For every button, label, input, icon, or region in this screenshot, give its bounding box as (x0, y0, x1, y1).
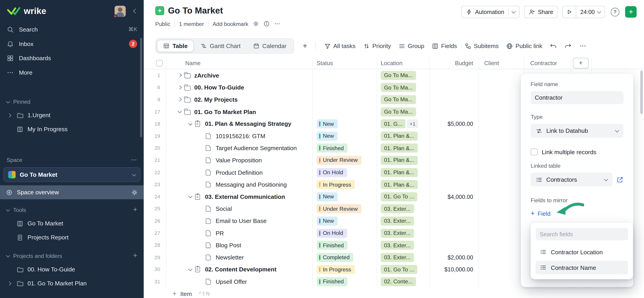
row-name[interactable]: 03. External Communication (205, 193, 285, 200)
location-pill[interactable]: 03. Exter... (381, 216, 414, 225)
chevron-right-icon[interactable] (7, 113, 11, 117)
tab-table[interactable]: Table (157, 40, 194, 52)
row-name[interactable]: 01. Plan & Messaging Strategy (205, 121, 292, 127)
chevron-down-icon[interactable] (597, 9, 601, 13)
space-more-icon[interactable] (130, 157, 137, 163)
wrike-logo[interactable]: wrike (6, 6, 46, 16)
budget-cell[interactable]: $10,000.00 (429, 264, 478, 276)
sidebar-item-search[interactable]: Search ⌘K (0, 22, 144, 36)
row-name[interactable]: 02. My Projects (194, 96, 238, 103)
add-item-row[interactable]: Item ^⇧N (144, 288, 644, 298)
budget-cell[interactable]: $5,000.00 (429, 118, 478, 130)
budget-cell[interactable] (429, 166, 478, 178)
row-expand-chevron[interactable] (188, 267, 192, 271)
row-name[interactable]: Upsell Offer (216, 278, 247, 285)
add-view-button[interactable] (300, 41, 310, 51)
sidebar-item-projects-report[interactable]: Projects Report (0, 230, 144, 244)
location-pill[interactable]: 03. Exter... (381, 229, 414, 238)
sidebar-item-go-to-market-plan[interactable]: 01. Go To Market Plan (0, 276, 144, 290)
members-label[interactable]: 1 member (179, 21, 204, 27)
budget-cell[interactable]: $2,000.00 (429, 251, 478, 264)
column-header-name[interactable]: Name (166, 57, 312, 69)
row-name[interactable]: 01. Go To Market Plan (194, 108, 256, 115)
client-cell[interactable] (478, 264, 524, 276)
budget-cell[interactable] (429, 215, 478, 227)
settings-gear-icon[interactable] (252, 20, 259, 27)
client-cell[interactable] (478, 81, 524, 94)
budget-cell[interactable] (429, 276, 478, 288)
field-search-input[interactable] (536, 228, 628, 240)
budget-cell[interactable] (429, 239, 478, 251)
client-cell[interactable] (478, 215, 524, 227)
budget-cell[interactable] (429, 106, 478, 118)
space-section-header[interactable]: Space (0, 153, 144, 166)
client-cell[interactable] (478, 166, 524, 178)
play-button[interactable] (562, 6, 576, 18)
client-cell[interactable] (478, 251, 524, 264)
gear-icon[interactable] (131, 189, 138, 196)
status-pill[interactable]: New (316, 216, 338, 225)
column-header-client[interactable]: Client (478, 57, 524, 69)
budget-cell[interactable] (429, 142, 478, 154)
chevron-down-icon[interactable] (512, 9, 516, 13)
client-cell[interactable] (478, 142, 524, 154)
filter-button[interactable]: All tasks (324, 42, 356, 49)
status-pill[interactable]: On Hold (316, 168, 347, 177)
sidebar-item-how-to-guide[interactable]: 00. How To-Guide (0, 262, 144, 276)
sidebar-item-my-in-progress[interactable]: My In Progress (0, 122, 144, 136)
location-pill[interactable]: 01. Plan &... (381, 132, 418, 141)
budget-cell[interactable] (429, 227, 478, 239)
status-pill[interactable]: In Progress (316, 180, 355, 189)
add-field-button[interactable]: Field (531, 209, 550, 218)
client-cell[interactable] (478, 106, 524, 118)
status-pill[interactable]: Finished (316, 277, 347, 286)
row-expand-chevron[interactable] (178, 98, 182, 102)
field-name-input[interactable] (531, 91, 624, 104)
status-pill[interactable]: New (316, 132, 338, 141)
row-name[interactable]: Product Definition (216, 169, 262, 176)
add-project-button[interactable] (133, 252, 137, 260)
type-select[interactable]: Link to Datahub (531, 124, 624, 138)
location-pill[interactable]: 01. Go To ... (381, 192, 417, 201)
location-extra-badge[interactable]: +1 (407, 120, 418, 129)
sidebar-collapse-button[interactable] (134, 9, 137, 13)
chevron-right-icon[interactable] (7, 281, 11, 285)
tools-section-header[interactable]: Tools (0, 203, 144, 216)
sidebar-item-space-overview[interactable]: Space overview (0, 185, 144, 199)
column-header-status[interactable]: Status (312, 57, 377, 69)
status-pill[interactable]: Completed (316, 253, 353, 262)
row-expand-chevron[interactable] (178, 109, 182, 113)
undo-button[interactable] (550, 42, 557, 50)
location-pill[interactable]: 03. Exter... (381, 241, 414, 250)
client-cell[interactable] (478, 276, 524, 288)
visibility-label[interactable]: Public (155, 21, 170, 27)
client-cell[interactable] (478, 239, 524, 251)
sort-button[interactable]: Priority (363, 42, 391, 49)
row-name[interactable]: 02. Content Development (205, 266, 276, 273)
row-name[interactable]: 00. How To-Guide (194, 84, 244, 91)
link-multiple-checkbox-row[interactable]: Link multiple records (531, 148, 624, 155)
location-pill[interactable]: 01. Plan &... (381, 144, 418, 152)
column-header-budget[interactable]: Budget (429, 57, 478, 69)
pinned-section-header[interactable]: Pinned (0, 95, 144, 108)
client-cell[interactable] (478, 203, 524, 215)
client-cell[interactable] (478, 130, 524, 142)
column-header-contractor[interactable]: Contractor (524, 57, 571, 69)
client-cell[interactable] (478, 154, 524, 166)
table-scrollbar[interactable] (640, 71, 643, 114)
external-link-icon[interactable] (616, 176, 624, 183)
row-expand-chevron[interactable] (188, 194, 192, 198)
link-multiple-checkbox[interactable] (531, 148, 538, 155)
row-name[interactable]: Messaging and Positioning (216, 181, 287, 188)
budget-cell[interactable] (429, 178, 478, 191)
row-name[interactable]: Blog Post (216, 242, 241, 248)
location-pill[interactable]: 01. Plan &... (381, 156, 418, 165)
row-expand-chevron[interactable] (188, 121, 192, 125)
linked-table-select[interactable]: Contractors (531, 173, 612, 187)
row-name[interactable]: Newsletter (216, 254, 244, 261)
status-pill[interactable]: On Hold (316, 229, 347, 238)
space-selector[interactable]: Go To Market (4, 167, 141, 182)
budget-cell[interactable] (429, 130, 478, 142)
help-icon[interactable] (611, 8, 620, 16)
tab-gantt-chart[interactable]: Gantt Chart (195, 40, 246, 52)
